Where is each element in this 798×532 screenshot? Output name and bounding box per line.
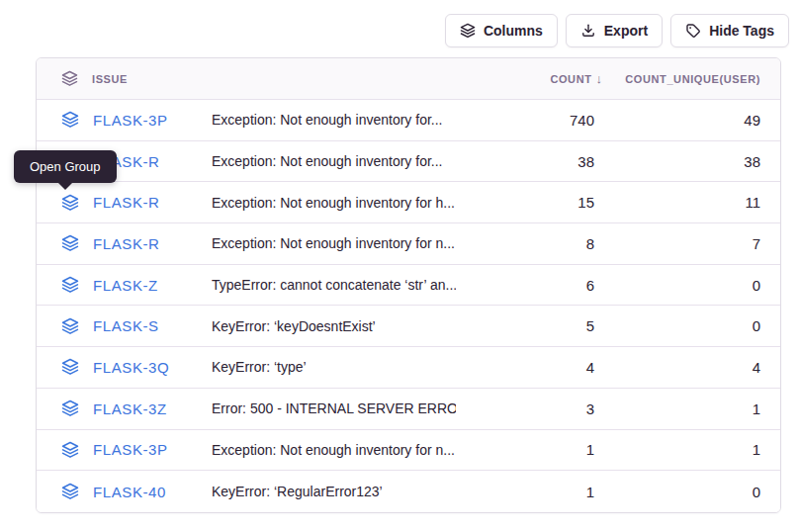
column-header-count-unique[interactable]: COUNT_UNIQUE(USER) (604, 73, 780, 85)
issue-message: Exception: Not enough inventory for h... (212, 195, 456, 211)
columns-button[interactable]: Columns (445, 14, 558, 47)
count-cell: 38 (456, 153, 604, 170)
layers-icon[interactable] (61, 483, 79, 500)
issue-link[interactable]: FLASK-3P (93, 441, 168, 458)
table-row[interactable]: FLASK-3Z Error: 500 - INTERNAL SERVER ER… (37, 389, 780, 430)
issue-message: Exception: Not enough inventory for n... (212, 235, 456, 251)
count-cell: 5 (456, 317, 604, 334)
layers-icon (460, 23, 476, 39)
layers-icon[interactable] (61, 276, 79, 294)
column-header-issue-label: ISSUE (92, 73, 128, 85)
count-unique-cell: 0 (604, 317, 780, 334)
table-row[interactable]: FLASK-Z TypeError: cannot concatenate ‘s… (37, 265, 780, 307)
count-unique-cell: 0 (604, 484, 780, 500)
issue-message: KeyError: ‘keyDoesntExist’ (212, 318, 456, 334)
export-button[interactable]: Export (566, 14, 663, 47)
column-header-count[interactable]: COUNT ↓ (456, 71, 604, 86)
toolbar: Columns Export Hide Tags (445, 14, 789, 47)
issue-link[interactable]: FLASK-R (93, 194, 160, 211)
table-row[interactable]: FLASK-3P Exception: Not enough inventory… (37, 430, 780, 472)
tooltip-text: Open Group (30, 159, 101, 174)
layers-icon[interactable] (61, 194, 79, 212)
table-header-row: ISSUE COUNT ↓ COUNT_UNIQUE(USER) (37, 58, 780, 100)
column-header-count-label: COUNT (550, 73, 591, 85)
count-cell: 1 (456, 484, 604, 500)
count-unique-cell: 0 (604, 277, 780, 294)
layers-icon[interactable] (61, 358, 79, 376)
count-unique-cell: 4 (604, 359, 780, 376)
discover-results-page: Columns Export Hide Tags ISSUE COUNT ↓ C… (0, 0, 798, 532)
issue-link[interactable]: FLASK-3P (93, 112, 168, 129)
issue-message: KeyError: ‘RegularError123’ (212, 484, 456, 499)
layers-icon (61, 70, 78, 87)
count-cell: 1 (456, 441, 604, 458)
table-row[interactable]: FLASK-3P Exception: Not enough inventory… (37, 100, 780, 141)
issue-link[interactable]: FLASK-R (93, 235, 160, 252)
count-unique-cell: 11 (604, 194, 780, 211)
hide-tags-button-label: Hide Tags (709, 23, 774, 39)
count-cell: 3 (456, 400, 604, 417)
layers-icon[interactable] (61, 399, 79, 417)
issue-message: KeyError: ‘type’ (212, 359, 456, 375)
table-row[interactable]: FLASK-S KeyError: ‘keyDoesntExist’ 5 0 (37, 306, 780, 347)
count-unique-cell: 1 (604, 441, 780, 458)
count-unique-cell: 1 (604, 400, 780, 417)
layers-icon[interactable] (61, 441, 79, 459)
column-header-issue[interactable]: ISSUE (37, 70, 456, 87)
issue-message: TypeError: cannot concatenate ‘str’ an..… (212, 277, 456, 293)
issue-link[interactable]: FLASK-Z (93, 277, 158, 294)
layers-icon[interactable] (61, 317, 79, 335)
table-row[interactable]: FLASK-R Exception: Not enough inventory … (37, 141, 780, 183)
hide-tags-button[interactable]: Hide Tags (670, 14, 789, 47)
layers-icon[interactable] (61, 111, 79, 129)
tag-icon (685, 23, 701, 39)
count-unique-cell: 38 (604, 153, 780, 170)
count-cell: 740 (456, 112, 604, 129)
issue-link[interactable]: FLASK-S (93, 317, 159, 334)
download-icon (580, 23, 596, 39)
count-unique-cell: 49 (604, 112, 780, 129)
sort-desc-icon: ↓ (596, 71, 603, 86)
count-cell: 4 (456, 359, 604, 376)
issue-message: Exception: Not enough inventory for... (212, 112, 456, 128)
table-row[interactable]: FLASK-R Exception: Not enough inventory … (37, 182, 780, 223)
issue-message: Exception: Not enough inventory for... (212, 153, 456, 169)
layers-icon[interactable] (61, 234, 79, 252)
results-table: ISSUE COUNT ↓ COUNT_UNIQUE(USER) FLASK-3… (36, 57, 781, 513)
count-cell: 15 (456, 194, 604, 211)
column-header-count-unique-label: COUNT_UNIQUE(USER) (625, 73, 760, 85)
export-button-label: Export (604, 23, 648, 39)
issue-link[interactable]: FLASK-3Z (93, 400, 167, 417)
count-cell: 8 (456, 235, 604, 252)
table-row[interactable]: FLASK-R Exception: Not enough inventory … (37, 223, 780, 265)
count-cell: 6 (456, 277, 604, 294)
columns-button-label: Columns (484, 23, 543, 39)
open-group-tooltip: Open Group (14, 150, 117, 183)
issue-message: Exception: Not enough inventory for n... (212, 442, 456, 458)
count-unique-cell: 7 (604, 235, 780, 252)
tooltip-arrow-icon (57, 182, 73, 190)
issue-link[interactable]: FLASK-3Q (93, 359, 169, 376)
issue-message: Error: 500 - INTERNAL SERVER ERROR (212, 400, 456, 416)
table-row[interactable]: FLASK-3Q KeyError: ‘type’ 4 4 (37, 347, 780, 389)
table-row[interactable]: FLASK-40 KeyError: ‘RegularError123’ 1 0 (37, 471, 780, 512)
issue-link[interactable]: FLASK-40 (93, 484, 166, 500)
